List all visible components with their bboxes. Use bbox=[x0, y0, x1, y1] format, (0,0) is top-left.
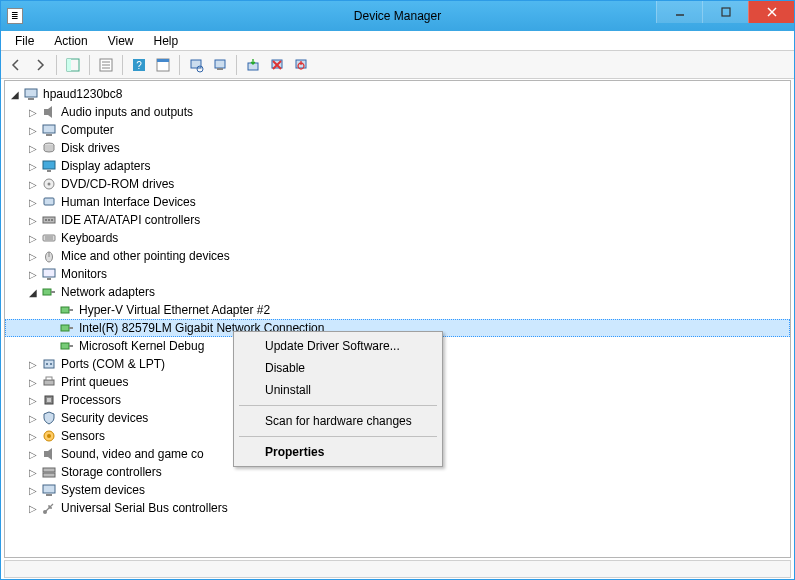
ctx-separator bbox=[239, 405, 437, 406]
tree-category-ide[interactable]: ▷IDE ATA/ATAPI controllers bbox=[5, 211, 790, 229]
tree-category-usb[interactable]: ▷Universal Serial Bus controllers bbox=[5, 499, 790, 517]
expand-icon[interactable]: ▷ bbox=[25, 104, 41, 120]
svg-rect-57 bbox=[46, 377, 52, 380]
collapse-icon[interactable]: ◢ bbox=[7, 86, 23, 102]
svg-rect-43 bbox=[43, 269, 55, 277]
svg-rect-29 bbox=[43, 161, 55, 169]
toolbar-separator bbox=[56, 55, 57, 75]
tree-category-monitors[interactable]: ▷Monitors bbox=[5, 265, 790, 283]
maximize-button[interactable] bbox=[702, 1, 748, 23]
tree-item-label: Display adapters bbox=[61, 159, 150, 173]
tree-category-audio[interactable]: ▷Audio inputs and outputs bbox=[5, 103, 790, 121]
expand-icon[interactable]: ▷ bbox=[25, 356, 41, 372]
app-icon: ≣ bbox=[7, 8, 23, 24]
svg-rect-23 bbox=[25, 89, 37, 97]
tree-category-kbd[interactable]: ▷Keyboards bbox=[5, 229, 790, 247]
expand-icon[interactable]: ▷ bbox=[25, 140, 41, 156]
menu-view[interactable]: View bbox=[98, 32, 144, 50]
svg-rect-38 bbox=[43, 235, 55, 241]
minimize-button[interactable] bbox=[656, 1, 702, 23]
tree-category-disk[interactable]: ▷Disk drives bbox=[5, 139, 790, 157]
svg-rect-48 bbox=[69, 309, 73, 311]
menu-help[interactable]: Help bbox=[144, 32, 189, 50]
tree-category-sys[interactable]: ▷System devices bbox=[5, 481, 790, 499]
svg-point-32 bbox=[48, 183, 51, 186]
tree-item-label: Keyboards bbox=[61, 231, 118, 245]
update-driver-button[interactable] bbox=[242, 54, 264, 76]
tree-item-label: IDE ATA/ATAPI controllers bbox=[61, 213, 200, 227]
expand-icon[interactable]: ▷ bbox=[25, 374, 41, 390]
tree-category-computer[interactable]: ▷Computer bbox=[5, 121, 790, 139]
tree-item-label: Microsoft Kernel Debug bbox=[79, 339, 204, 353]
expand-icon[interactable]: ▷ bbox=[25, 500, 41, 516]
ctx-properties[interactable]: Properties bbox=[237, 441, 439, 463]
statusbar bbox=[4, 560, 791, 578]
menu-action[interactable]: Action bbox=[44, 32, 97, 50]
expand-icon[interactable]: ▷ bbox=[25, 176, 41, 192]
ctx-separator bbox=[239, 436, 437, 437]
scan-hardware-button[interactable] bbox=[185, 54, 207, 76]
expand-icon[interactable]: ▷ bbox=[25, 410, 41, 426]
svg-text:?: ? bbox=[136, 60, 142, 71]
collapse-icon[interactable]: ◢ bbox=[25, 284, 41, 300]
expand-icon[interactable]: ▷ bbox=[25, 446, 41, 462]
svg-rect-66 bbox=[46, 494, 52, 496]
expand-icon[interactable]: ▷ bbox=[25, 230, 41, 246]
back-button[interactable] bbox=[5, 54, 27, 76]
expand-icon[interactable]: ▷ bbox=[25, 248, 41, 264]
expand-icon[interactable]: ▷ bbox=[25, 122, 41, 138]
expand-icon[interactable]: ▷ bbox=[25, 212, 41, 228]
expand-icon[interactable]: ▷ bbox=[25, 392, 41, 408]
menu-file[interactable]: File bbox=[5, 32, 44, 50]
tree-item-label: Print queues bbox=[61, 375, 128, 389]
forward-button[interactable] bbox=[29, 54, 51, 76]
svg-rect-44 bbox=[47, 278, 51, 280]
tree-item-label: Monitors bbox=[61, 267, 107, 281]
uninstall-button[interactable] bbox=[266, 54, 288, 76]
expand-icon[interactable]: ▷ bbox=[25, 428, 41, 444]
svg-rect-52 bbox=[69, 345, 73, 347]
tree-item-label: Sound, video and game co bbox=[61, 447, 204, 461]
ctx-uninstall[interactable]: Uninstall bbox=[237, 379, 439, 401]
help-button[interactable]: ? bbox=[128, 54, 150, 76]
expand-icon[interactable]: ▷ bbox=[25, 194, 41, 210]
tree-item-label: System devices bbox=[61, 483, 145, 497]
expand-icon[interactable]: ▷ bbox=[25, 158, 41, 174]
tree-device-hyperv[interactable]: Hyper-V Virtual Ethernet Adapter #2 bbox=[5, 301, 790, 319]
svg-rect-24 bbox=[28, 98, 34, 100]
svg-rect-30 bbox=[47, 170, 51, 172]
toolbar: ? bbox=[1, 51, 794, 79]
svg-rect-63 bbox=[43, 468, 55, 472]
tree-category-net[interactable]: ◢Network adapters bbox=[5, 283, 790, 301]
svg-rect-14 bbox=[191, 60, 201, 68]
context-menu: Update Driver Software... Disable Uninst… bbox=[233, 331, 443, 467]
disable-button[interactable] bbox=[290, 54, 312, 76]
tree-category-dvd[interactable]: ▷DVD/CD-ROM drives bbox=[5, 175, 790, 193]
close-button[interactable] bbox=[748, 1, 794, 23]
ctx-disable[interactable]: Disable bbox=[237, 357, 439, 379]
expand-icon[interactable]: ▷ bbox=[25, 482, 41, 498]
tree-category-mice[interactable]: ▷Mice and other pointing devices bbox=[5, 247, 790, 265]
tree-category-display[interactable]: ▷Display adapters bbox=[5, 157, 790, 175]
tree-item-label: hpaud1230bc8 bbox=[43, 87, 122, 101]
svg-point-35 bbox=[45, 219, 47, 221]
svg-rect-5 bbox=[67, 59, 71, 71]
titlebar: ≣ Device Manager bbox=[1, 1, 794, 31]
show-hide-tree-button[interactable] bbox=[62, 54, 84, 76]
svg-rect-45 bbox=[43, 289, 51, 295]
expand-icon[interactable]: ▷ bbox=[25, 464, 41, 480]
expand-icon[interactable]: ▷ bbox=[25, 266, 41, 282]
svg-rect-47 bbox=[61, 307, 69, 313]
svg-rect-27 bbox=[46, 134, 52, 136]
ctx-scan[interactable]: Scan for hardware changes bbox=[237, 410, 439, 432]
ctx-update-driver[interactable]: Update Driver Software... bbox=[237, 335, 439, 357]
tree-category-hid[interactable]: ▷Human Interface Devices bbox=[5, 193, 790, 211]
action-button[interactable] bbox=[152, 54, 174, 76]
devices-printers-button[interactable] bbox=[209, 54, 231, 76]
tree-root[interactable]: ◢hpaud1230bc8 bbox=[5, 85, 790, 103]
tree-item-label: Disk drives bbox=[61, 141, 120, 155]
device-tree-panel[interactable]: ◢hpaud1230bc8▷Audio inputs and outputs▷C… bbox=[4, 80, 791, 558]
properties-button[interactable] bbox=[95, 54, 117, 76]
svg-rect-46 bbox=[51, 291, 55, 293]
svg-point-37 bbox=[51, 219, 53, 221]
